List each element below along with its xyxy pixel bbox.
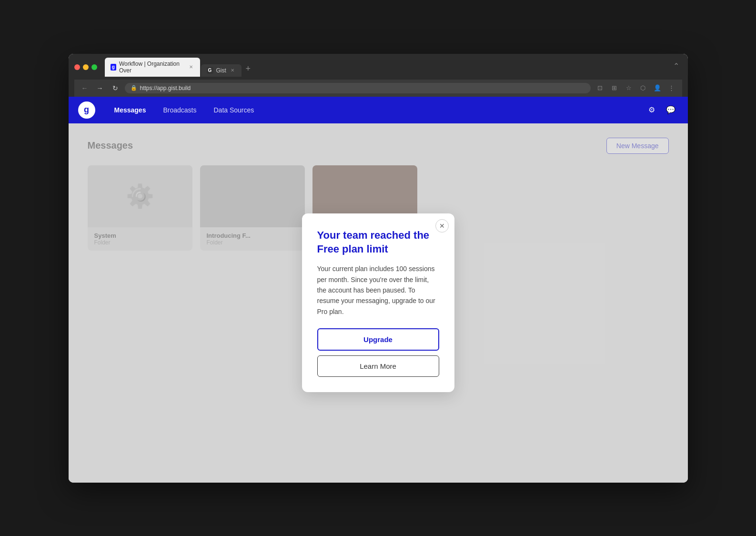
tab-label-workflow: Workflow | Organization Over <box>119 61 185 74</box>
more-icon[interactable]: ⋮ <box>666 82 677 94</box>
app-container: g Messages Broadcasts Data Sources ⚙ 💬 M… <box>69 97 688 483</box>
nav-messages[interactable]: Messages <box>107 102 154 118</box>
lock-icon: 🔒 <box>131 85 137 91</box>
upgrade-button[interactable]: Upgrade <box>317 328 439 351</box>
toolbar-actions: ⊡ ⊞ ☆ ⬡ 👤 ⋮ <box>595 82 677 94</box>
browser-chrome: g Workflow | Organization Over ✕ G Gist … <box>69 54 688 97</box>
browser-toolbar: ← → ↻ 🔒 https://app.gist.build ⊡ ⊞ ☆ ⬡ 👤… <box>74 80 682 97</box>
app-nav: g Messages Broadcasts Data Sources ⚙ 💬 <box>69 97 688 123</box>
tab-workflow[interactable]: g Workflow | Organization Over ✕ <box>105 58 200 77</box>
screen-share-icon[interactable]: ⊡ <box>595 82 606 94</box>
tab-favicon-workflow: g <box>111 64 116 71</box>
tab-gist[interactable]: G Gist ✕ <box>201 64 242 77</box>
nav-broadcasts[interactable]: Broadcasts <box>155 102 204 118</box>
tab-label-gist: Gist <box>216 67 226 74</box>
nav-actions: ⚙ 💬 <box>644 102 678 118</box>
nav-data-sources[interactable]: Data Sources <box>206 102 262 118</box>
tabs-bar: g Workflow | Organization Over ✕ G Gist … <box>105 58 583 77</box>
nav-links: Messages Broadcasts Data Sources <box>107 102 644 118</box>
settings-icon[interactable]: ⚙ <box>644 102 659 118</box>
reload-button[interactable]: ↻ <box>110 82 121 94</box>
new-tab-button[interactable]: + <box>242 63 254 75</box>
close-traffic-light[interactable] <box>74 64 80 70</box>
maximize-traffic-light[interactable] <box>91 64 97 70</box>
learn-more-button[interactable]: Learn More <box>317 355 439 377</box>
extension-icon[interactable]: ⬡ <box>637 82 649 94</box>
main-content: Messages New Message ⚙️ System Folder <box>69 123 688 483</box>
app-logo: g <box>78 101 95 119</box>
modal-close-button[interactable]: ✕ <box>435 219 449 233</box>
tab-favicon-gist: G <box>207 67 213 74</box>
address-bar[interactable]: 🔒 https://app.gist.build <box>125 83 591 93</box>
tab-close-gist[interactable]: ✕ <box>229 67 236 74</box>
modal-title: Your team reached the Free plan limit <box>317 229 439 256</box>
url-text: https://app.gist.build <box>140 85 191 91</box>
traffic-lights <box>74 64 97 70</box>
chat-icon[interactable]: 💬 <box>663 102 678 118</box>
profile-icon[interactable]: 👤 <box>652 82 663 94</box>
apps-icon[interactable]: ⊞ <box>609 82 620 94</box>
minimize-traffic-light[interactable] <box>83 64 89 70</box>
window-controls[interactable]: ⌃ <box>671 61 682 72</box>
back-button[interactable]: ← <box>79 82 91 94</box>
browser-window: g Workflow | Organization Over ✕ G Gist … <box>69 54 688 483</box>
tab-close-workflow[interactable]: ✕ <box>188 64 194 71</box>
forward-button[interactable]: → <box>94 82 106 94</box>
bookmark-icon[interactable]: ☆ <box>623 82 635 94</box>
close-icon: ✕ <box>439 222 445 230</box>
browser-titlebar: g Workflow | Organization Over ✕ G Gist … <box>74 58 682 77</box>
modal-body: Your current plan includes 100 sessions … <box>317 263 439 317</box>
modal-overlay: ✕ Your team reached the Free plan limit … <box>69 123 688 483</box>
modal: ✕ Your team reached the Free plan limit … <box>302 213 454 392</box>
